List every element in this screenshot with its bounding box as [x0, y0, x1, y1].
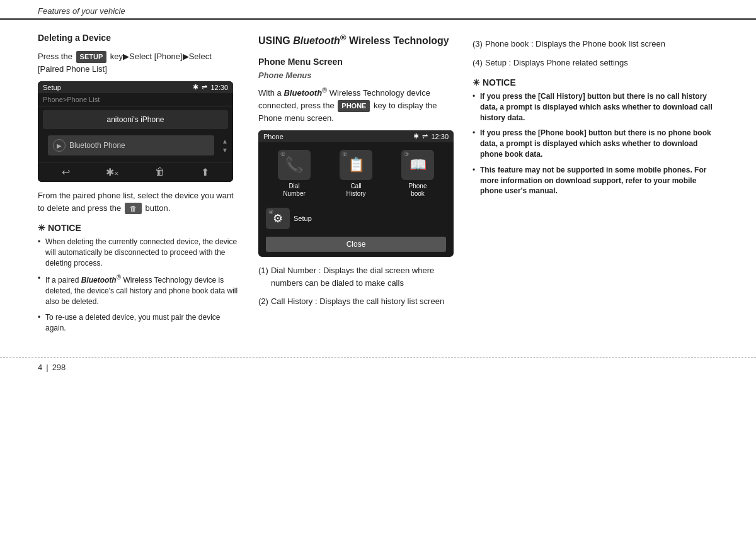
- dial-icon: ① 📞: [278, 150, 311, 180]
- setup-screen: Setup ✱ ⇌ 12:30 Phone>Phone List anitoon…: [38, 81, 233, 182]
- screen-bottom-bar: ↩ ✱✕ 🗑 ⬆: [38, 162, 233, 182]
- notice-list-col3: If you press the [Call History] button b…: [472, 91, 718, 196]
- device-name: anitooni's iPhone: [43, 110, 228, 129]
- feature-item-4: (4) Setup : Displays Phone related setti…: [472, 57, 718, 69]
- notice-heading-col3: ✳ NOTICE: [472, 77, 718, 88]
- menu-item-call-history[interactable]: ② 📋 CallHistory: [328, 150, 384, 198]
- scroll-arrows: ▲ ▼: [222, 138, 228, 154]
- phone-menu-screen: Phone ✱ ⇌ 12:30 ① 📞 DialNumber: [258, 130, 454, 257]
- phone-screen-time: 12:30: [431, 133, 449, 140]
- bluetooth-icon: ✱: [193, 83, 198, 91]
- notice-section-col3: ✳ NOTICE If you press the [Call History]…: [472, 77, 718, 196]
- close-button[interactable]: Close: [266, 237, 446, 252]
- play-icon: ▶: [53, 139, 66, 152]
- feature-list-col2: (1) Dial Number : Displays the dial scre…: [258, 264, 454, 308]
- column-3: (3) Phone book : Displays the Phone book…: [472, 33, 718, 338]
- using-bluetooth-heading: USING Bluetooth® Wireless Technology: [258, 33, 454, 47]
- status-icons: ✱ ⇌ 12:30: [193, 83, 228, 91]
- page-header-title: Features of your vehicle: [38, 6, 125, 16]
- notice-item-phonebook: If you press the [Phone book] button but…: [472, 128, 718, 159]
- notice-item: To re-use a deleted device, you must pai…: [38, 312, 239, 334]
- feature-list-col3: (3) Phone book : Displays the Phone book…: [472, 38, 718, 69]
- notice-item-call-history: If you press the [Call History] button b…: [472, 91, 718, 123]
- delete-button[interactable]: 🗑: [155, 166, 165, 178]
- footer-page-number: 298: [52, 363, 66, 372]
- content-area: Deleting a Device Press the SETUP key▶Se…: [0, 20, 756, 351]
- column-1: Deleting a Device Press the SETUP key▶Se…: [38, 33, 239, 338]
- column-2: USING Bluetooth® Wireless Technology Pho…: [258, 33, 454, 338]
- setup-badge: SETUP: [76, 51, 107, 63]
- up-button[interactable]: ⬆: [201, 166, 209, 178]
- screen-title: Setup: [43, 84, 61, 91]
- feature-item-2: (2) Call History : Displays the call his…: [258, 295, 454, 308]
- footer-section-number: 4: [38, 363, 42, 372]
- notice-item-support: This feature may not be supported in som…: [472, 165, 718, 196]
- phone-menu-grid: ① 📞 DialNumber ② 📋 CallHistory ③: [258, 142, 454, 205]
- bluetooth-item: ▶ Bluetooth Phone: [48, 135, 214, 155]
- phone-menu-screen-heading: Phone Menu Screen: [258, 57, 454, 67]
- phone-status-icons: ✱ ⇌ 12:30: [413, 132, 449, 140]
- screen-status-bar: Setup ✱ ⇌ 12:30: [38, 81, 233, 93]
- bluetooth-button: ✱✕: [106, 166, 119, 178]
- phone-badge: PHONE: [338, 100, 370, 112]
- page-footer: 4 | 298: [0, 357, 756, 377]
- delete-badge: 🗑: [125, 203, 142, 215]
- phone-screen-title: Phone: [263, 133, 284, 140]
- notice-star-col1: ✳: [38, 223, 48, 233]
- phone-menus-label: Phone Menus: [258, 71, 454, 80]
- phone-bluetooth-icon: ✱: [413, 132, 419, 140]
- phonebook-icon: ③ 📖: [401, 150, 434, 180]
- notice-heading-col1: ✳ NOTICE: [38, 223, 239, 233]
- menu-item-dial[interactable]: ① 📞 DialNumber: [266, 150, 323, 198]
- delete-device-intro: Press the SETUP key▶Select [Phone]▶Selec…: [38, 50, 239, 75]
- page-header: Features of your vehicle: [0, 0, 756, 20]
- back-button[interactable]: ↩: [62, 166, 70, 178]
- screen-nav: Phone>Phone List: [38, 93, 233, 106]
- from-text: From the paired phone list, select the d…: [38, 189, 239, 214]
- phone-usb-icon: ⇌: [422, 132, 428, 140]
- phone-menu-description: With a Bluetooth® Wireless Technology de…: [258, 85, 454, 124]
- notice-item: If a paired Bluetooth® Wireless Technolo…: [38, 273, 239, 307]
- delete-device-heading: Deleting a Device: [38, 33, 239, 43]
- notice-star-col3: ✳: [472, 77, 483, 88]
- feature-item-1: (1) Dial Number : Displays the dial scre…: [258, 264, 454, 289]
- setup-label: Setup: [294, 215, 312, 222]
- usb-icon: ⇌: [202, 83, 207, 91]
- notice-item: When deleting the currently connected de…: [38, 237, 239, 268]
- call-history-icon: ② 📋: [340, 150, 372, 180]
- screen-time: 12:30: [210, 84, 228, 91]
- setup-row[interactable]: ④ ⚙ Setup: [258, 205, 454, 234]
- menu-item-phonebook[interactable]: ③ 📖 Phonebook: [389, 150, 446, 198]
- notice-list-col1: When deleting the currently connected de…: [38, 237, 239, 333]
- feature-item-3: (3) Phone book : Displays the Phone book…: [472, 38, 718, 50]
- phone-screen-status-bar: Phone ✱ ⇌ 12:30: [258, 130, 454, 142]
- notice-section-col1: ✳ NOTICE When deleting the currently con…: [38, 223, 239, 333]
- setup-icon: ④ ⚙: [266, 208, 290, 229]
